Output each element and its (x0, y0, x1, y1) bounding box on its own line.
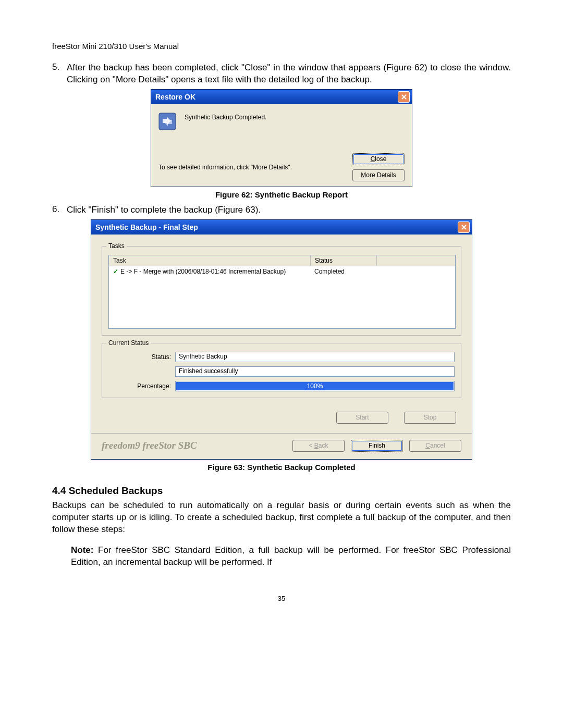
more-details-button[interactable]: More Details (352, 169, 405, 181)
task-col-header-empty (377, 255, 455, 266)
figure-63-caption: Figure 63: Synthetic Backup Completed (52, 463, 511, 472)
step-6: 6. Click "Finish" to complete the backup… (52, 204, 511, 216)
step-6-number: 6. (52, 204, 67, 216)
page-number: 35 (52, 595, 511, 602)
note-body: For freeStor SBC Standard Edition, a ful… (71, 545, 511, 567)
restore-ok-dialog: Restore OK Synthetic Backup Completed. (151, 89, 412, 187)
dialog-titlebar: Restore OK (151, 90, 412, 104)
brand-label: freedom9 freeStor SBC (102, 440, 292, 451)
close-button[interactable]: Close (352, 153, 405, 165)
tasks-legend: Tasks (106, 242, 127, 250)
figure-62-caption: Figure 62: Synthetic Backup Report (52, 190, 511, 199)
progress-bar: 100% (175, 381, 455, 391)
section-4-4-body: Backups can be scheduled to run automati… (52, 500, 511, 536)
dialog-message: Synthetic Backup Completed. (185, 113, 266, 121)
progress-text: 100% (176, 381, 454, 391)
cancel-button: Cancel (409, 440, 461, 452)
current-status-legend: Current Status (106, 339, 151, 347)
dialog-detail-text: To see detailed information, click "More… (158, 164, 352, 171)
task-name: E -> F - Merge with (2006/08/18-01:46 In… (120, 268, 286, 275)
checkmark-icon: ✓ (113, 268, 118, 275)
finish-button[interactable]: Finish (351, 440, 403, 452)
task-status: Completed (310, 266, 376, 277)
step-5-number: 5. (52, 62, 67, 86)
step-5: 5. After the backup has been completed, … (52, 62, 511, 86)
status-label: Status: (108, 353, 171, 361)
status-field-2: Finished successfully (175, 366, 455, 377)
note-label: Note: (71, 545, 93, 555)
stop-button: Stop (404, 412, 456, 424)
percentage-label: Percentage: (108, 382, 171, 390)
dialog2-titlebar: Synthetic Backup - Final Step (91, 220, 472, 235)
dialog-title: Restore OK (155, 93, 398, 101)
tasks-table: Task Status ✓E -> F - Merge with (2006/0… (108, 255, 456, 329)
dialog2-title: Synthetic Backup - Final Step (95, 223, 458, 231)
status-field-1: Synthetic Backup (175, 352, 455, 362)
current-status-groupbox: Current Status Status: Synthetic Backup … (102, 343, 461, 398)
backup-icon (158, 113, 176, 130)
note-paragraph: Note: For freeStor SBC Standard Edition,… (71, 545, 511, 569)
page-header: freeStor Mini 210/310 User's Manual (52, 42, 511, 51)
task-col-header-task[interactable]: Task (109, 255, 311, 266)
back-button: < Back (292, 440, 345, 452)
task-col-header-status[interactable]: Status (311, 255, 377, 266)
step-6-text: Click "Finish" to complete the backup (F… (67, 204, 511, 216)
synthetic-backup-dialog: Synthetic Backup - Final Step Tasks Task… (91, 219, 472, 460)
start-button: Start (336, 412, 388, 424)
table-row[interactable]: ✓E -> F - Merge with (2006/08/18-01:46 I… (109, 266, 455, 277)
section-4-4-heading: 4.4 Scheduled Backups (52, 485, 511, 497)
close-icon[interactable] (458, 221, 470, 233)
step-5-text: After the backup has been completed, cli… (67, 62, 511, 86)
divider (91, 433, 472, 434)
tasks-groupbox: Tasks Task Status ✓E -> F - Merge with (… (102, 246, 461, 336)
close-icon[interactable] (398, 91, 410, 103)
